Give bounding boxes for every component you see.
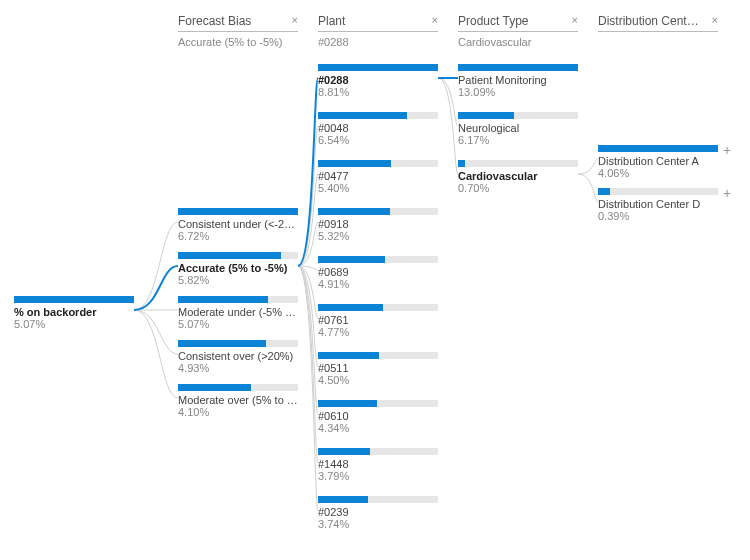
dist-node[interactable]: Distribution Center D 0.39% — [598, 188, 718, 222]
node-value: 6.72% — [178, 230, 298, 242]
plant-node[interactable]: #0477 5.40% — [318, 160, 438, 194]
close-icon[interactable]: × — [712, 14, 718, 26]
node-value: 3.79% — [318, 470, 438, 482]
ptype-node-selected[interactable]: Cardiovascular 0.70% — [458, 160, 578, 194]
node-label: #0918 — [318, 218, 438, 230]
col-title: Distribution Cent… — [598, 14, 699, 28]
plant-node[interactable]: #0048 6.54% — [318, 112, 438, 146]
plant-node[interactable]: #0918 5.32% — [318, 208, 438, 242]
close-icon[interactable]: × — [292, 14, 298, 26]
col-title: Forecast Bias — [178, 14, 251, 28]
col-header-plant: Plant × #0288 — [318, 14, 438, 48]
plant-node[interactable]: #0610 4.34% — [318, 400, 438, 434]
node-value: 5.07% — [178, 318, 298, 330]
col-header-product-type: Product Type × Cardiovascular — [458, 14, 578, 48]
node-value: 5.32% — [318, 230, 438, 242]
node-label: Moderate over (5% to … — [178, 394, 298, 406]
bar — [14, 296, 134, 303]
bias-node[interactable]: Consistent over (>20%) 4.93% — [178, 340, 298, 374]
node-label: Consistent under (<-2… — [178, 218, 298, 230]
node-value: 8.81% — [318, 86, 438, 98]
bar — [318, 256, 438, 263]
bar — [318, 208, 438, 215]
node-value: 5.82% — [178, 274, 298, 286]
node-value: 4.77% — [318, 326, 438, 338]
bar — [178, 296, 298, 303]
col-subtitle: #0288 — [318, 36, 438, 48]
bias-node[interactable]: Consistent under (<-2… 6.72% — [178, 208, 298, 242]
node-label: Distribution Center D — [598, 198, 718, 210]
node-value: 3.74% — [318, 518, 438, 530]
node-value: 4.91% — [318, 278, 438, 290]
node-value: 6.17% — [458, 134, 578, 146]
node-value: 6.54% — [318, 134, 438, 146]
root-node[interactable]: % on backorder 5.07% — [14, 296, 134, 330]
bar — [318, 496, 438, 503]
node-label: Consistent over (>20%) — [178, 350, 298, 362]
node-label: #0477 — [318, 170, 438, 182]
node-value: 4.06% — [598, 167, 718, 179]
node-value: 0.70% — [458, 182, 578, 194]
col-title: Product Type — [458, 14, 529, 28]
bar — [318, 160, 438, 167]
node-label: Moderate under (-5% … — [178, 306, 298, 318]
node-label: Accurate (5% to -5%) — [178, 262, 298, 274]
bar — [598, 188, 718, 195]
plant-node[interactable]: #0511 4.50% — [318, 352, 438, 386]
bias-node[interactable]: Moderate under (-5% … 5.07% — [178, 296, 298, 330]
col-title: Plant — [318, 14, 345, 28]
node-label: #0239 — [318, 506, 438, 518]
node-label: % on backorder — [14, 306, 134, 318]
node-label: Neurological — [458, 122, 578, 134]
node-value: 5.40% — [318, 182, 438, 194]
node-label: Patient Monitoring — [458, 74, 578, 86]
node-label: Cardiovascular — [458, 170, 578, 182]
node-value: 5.07% — [14, 318, 134, 330]
bar — [178, 340, 298, 347]
col-subtitle: Cardiovascular — [458, 36, 578, 48]
bar — [318, 64, 438, 71]
ptype-node[interactable]: Patient Monitoring 13.09% — [458, 64, 578, 98]
col-header-forecast-bias: Forecast Bias × Accurate (5% to -5%) — [178, 14, 298, 48]
expand-icon[interactable]: + — [723, 185, 731, 201]
node-label: #0610 — [318, 410, 438, 422]
bias-node-selected[interactable]: Accurate (5% to -5%) 5.82% — [178, 252, 298, 286]
bar — [178, 384, 298, 391]
plant-node[interactable]: #0761 4.77% — [318, 304, 438, 338]
plant-node[interactable]: #1448 3.79% — [318, 448, 438, 482]
bar — [178, 208, 298, 215]
plant-node-selected[interactable]: #0288 8.81% — [318, 64, 438, 98]
bar — [318, 352, 438, 359]
bar — [598, 145, 718, 152]
plant-node[interactable]: #0239 3.74% — [318, 496, 438, 530]
node-value: 4.93% — [178, 362, 298, 374]
col-subtitle: Accurate (5% to -5%) — [178, 36, 298, 48]
node-label: #0689 — [318, 266, 438, 278]
node-label: Distribution Center A — [598, 155, 718, 167]
node-label: #0761 — [318, 314, 438, 326]
node-label: #1448 — [318, 458, 438, 470]
bar — [318, 400, 438, 407]
bar — [458, 112, 578, 119]
bar — [458, 160, 578, 167]
node-value: 4.10% — [178, 406, 298, 418]
plant-node[interactable]: #0689 4.91% — [318, 256, 438, 290]
node-value: 0.39% — [598, 210, 718, 222]
bar — [318, 304, 438, 311]
dist-node[interactable]: Distribution Center A 4.06% — [598, 145, 718, 179]
node-label: #0048 — [318, 122, 438, 134]
bar — [458, 64, 578, 71]
node-label: #0511 — [318, 362, 438, 374]
bar — [318, 112, 438, 119]
bias-node[interactable]: Moderate over (5% to … 4.10% — [178, 384, 298, 418]
node-value: 4.50% — [318, 374, 438, 386]
bar — [318, 448, 438, 455]
node-label: #0288 — [318, 74, 438, 86]
close-icon[interactable]: × — [572, 14, 578, 26]
expand-icon[interactable]: + — [723, 142, 731, 158]
close-icon[interactable]: × — [432, 14, 438, 26]
node-value: 13.09% — [458, 86, 578, 98]
bar — [178, 252, 298, 259]
ptype-node[interactable]: Neurological 6.17% — [458, 112, 578, 146]
node-value: 4.34% — [318, 422, 438, 434]
